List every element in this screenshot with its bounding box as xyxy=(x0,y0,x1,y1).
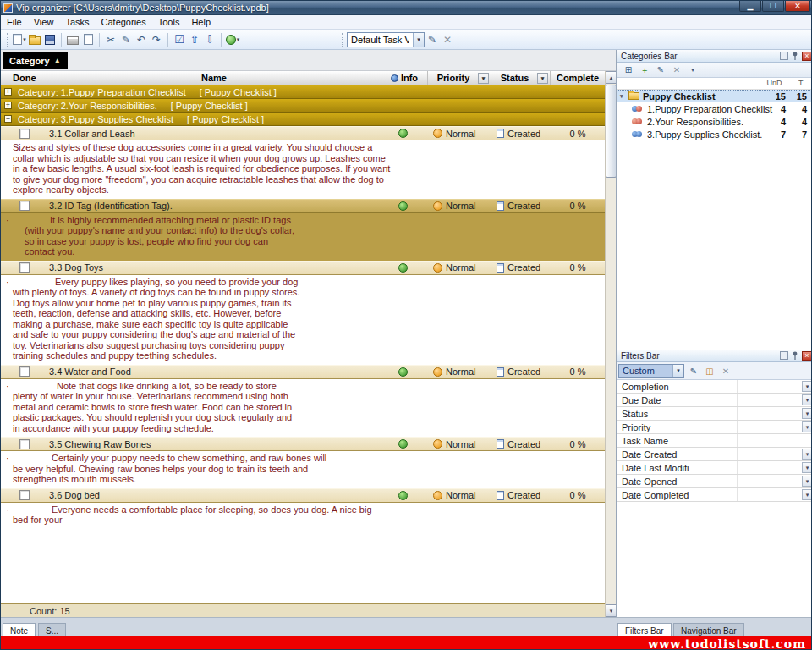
task-notes[interactable]: · It is highly recommended attaching met… xyxy=(1,213,605,261)
done-checkbox[interactable] xyxy=(19,490,30,500)
chevron-down-icon[interactable]: ▾ xyxy=(802,408,812,419)
promo-banner[interactable]: www.todolistsoft.com xyxy=(1,636,812,650)
chevron-down-icon[interactable]: ▾ xyxy=(802,462,812,473)
move-up-icon[interactable]: ⇧ xyxy=(187,32,202,47)
column-undone[interactable]: UnD... xyxy=(766,79,788,87)
print-preview-icon[interactable] xyxy=(80,32,96,47)
tree-item-supplies[interactable]: 3.Puppy Supplies Checklist. 7 7 xyxy=(617,128,812,140)
tab-subtasks[interactable]: S... xyxy=(38,623,66,637)
task-row[interactable]: 3.4 Water and Food Normal Created 0 % xyxy=(1,365,605,379)
priority-filter-dropdown[interactable]: ▾ xyxy=(478,73,489,84)
column-header-status[interactable]: Status▾ xyxy=(491,71,551,85)
category-group-row-3[interactable]: − Category: 3.Puppy Supplies Checklist [… xyxy=(1,113,605,126)
edit-icon[interactable]: ✎ xyxy=(118,32,134,47)
new-category-icon[interactable]: ＋ xyxy=(638,63,651,76)
redo-icon[interactable]: ↷ xyxy=(149,32,164,47)
open-file-icon[interactable] xyxy=(27,32,42,47)
column-total[interactable]: T... xyxy=(798,79,809,87)
tree-item-preparation[interactable]: 1.Puppy Preparation Checklist 4 4 xyxy=(617,102,812,115)
clear-filter-icon[interactable]: ◫ xyxy=(703,365,716,377)
category-group-row-2[interactable]: + Category: 2.Your Responsibilities. [ P… xyxy=(1,99,605,113)
category-group-row-1[interactable]: + Category: 1.Puppy Preparation Checklis… xyxy=(1,85,605,99)
filter-row-due-date[interactable]: Due Date▾ xyxy=(617,394,812,407)
expand-toggle[interactable]: + xyxy=(4,88,12,96)
task-name[interactable]: 3.6 Dog bed xyxy=(47,490,381,500)
notes-icon[interactable] xyxy=(398,263,408,273)
task-row[interactable]: 3.3 Dog Toys Normal Created 0 % xyxy=(1,261,605,275)
view-mode-icon[interactable]: ▾ xyxy=(225,32,240,47)
task-name[interactable]: 3.3 Dog Toys xyxy=(47,262,381,273)
tab-note[interactable]: Note xyxy=(3,623,36,637)
task-row[interactable]: 3.1 Collar and Leash Normal Created 0 % xyxy=(1,126,605,140)
save-icon[interactable] xyxy=(42,32,58,47)
undock-icon[interactable] xyxy=(780,52,788,60)
done-checkbox[interactable] xyxy=(19,366,30,377)
chevron-down-icon[interactable]: ▾ xyxy=(802,489,812,500)
filter-row-completion[interactable]: Completion▾ xyxy=(617,380,812,394)
task-notes[interactable]: · Every puppy likes playing, so you need… xyxy=(1,275,605,365)
menu-tasks[interactable]: Tasks xyxy=(59,16,95,28)
tab-filters-bar[interactable]: Filters Bar xyxy=(617,623,672,637)
done-checkbox[interactable] xyxy=(19,129,30,139)
column-header-priority[interactable]: Priority▾ xyxy=(428,71,491,85)
menu-view[interactable]: View xyxy=(28,16,60,28)
filter-row-date-created[interactable]: Date Created▾ xyxy=(617,448,812,461)
column-header-info[interactable]: Info xyxy=(381,71,428,85)
menu-categories[interactable]: Categories xyxy=(96,16,152,28)
status-filter-dropdown[interactable]: ▾ xyxy=(537,73,548,84)
column-header-complete[interactable]: Complete xyxy=(551,71,605,85)
task-row[interactable]: 3.5 Chewing Raw Bones Normal Created 0 % xyxy=(1,437,605,451)
chevron-down-icon[interactable]: ▾ xyxy=(802,381,812,392)
notes-icon[interactable] xyxy=(398,201,408,211)
undock-icon[interactable] xyxy=(780,351,788,360)
maximize-button[interactable]: ❐ xyxy=(762,1,784,12)
undo-icon[interactable]: ↶ xyxy=(134,32,149,47)
chevron-down-icon[interactable]: ▾ xyxy=(802,476,812,487)
edit-filter-icon[interactable]: ✎ xyxy=(687,365,700,377)
tab-category-grouping[interactable]: Category ▲ xyxy=(3,52,68,69)
column-header-done[interactable]: Done xyxy=(1,71,47,85)
cut-icon[interactable]: ✂ xyxy=(103,32,118,47)
edit-view-icon[interactable]: ✎ xyxy=(425,32,440,47)
task-notes[interactable]: · Certainly your puppy needs to chew som… xyxy=(1,451,605,488)
filter-preset-combo[interactable]: Custom ▾ xyxy=(618,364,684,378)
vertical-scrollbar[interactable]: ▲ ▼ xyxy=(605,71,616,617)
notes-icon[interactable] xyxy=(398,129,408,138)
tree-item-responsibilities[interactable]: 2.Your Responsibilities. 4 4 xyxy=(617,115,812,128)
chevron-down-icon[interactable]: ▾ xyxy=(413,33,424,47)
categories-more-icon[interactable]: ▾ xyxy=(686,63,700,76)
filter-row-priority[interactable]: Priority▾ xyxy=(617,421,812,434)
titlebar[interactable]: Vip organizer [C:\Users\dmitry\Desktop\P… xyxy=(1,1,812,15)
task-name[interactable]: 3.1 Collar and Leash xyxy=(47,129,381,139)
task-name[interactable]: 3.2 ID Tag (Identification Tag). xyxy=(47,201,381,211)
notes-icon[interactable] xyxy=(398,439,408,449)
task-name[interactable]: 3.4 Water and Food xyxy=(47,366,381,377)
chevron-down-icon[interactable]: ▾ xyxy=(802,421,812,432)
task-row[interactable]: 3.2 ID Tag (Identification Tag). Normal … xyxy=(1,199,605,213)
tree-collapse-icon[interactable]: ▾ xyxy=(620,93,627,100)
move-down-icon[interactable]: ⇩ xyxy=(202,32,217,47)
task-notes[interactable]: · Note that dogs like drinking a lot, so… xyxy=(1,379,605,438)
filter-row-task-name[interactable]: Task Name xyxy=(617,434,812,448)
task-notes[interactable]: · Everyone needs a comfortable place for… xyxy=(1,503,605,529)
chevron-down-icon[interactable]: ▾ xyxy=(672,365,683,377)
filter-row-date-last-modified[interactable]: Date Last Modifi▾ xyxy=(617,461,812,475)
task-view-combo[interactable]: Default Task V ▾ xyxy=(347,32,425,47)
notes-icon[interactable] xyxy=(398,367,408,377)
edit-category-icon[interactable]: ✎ xyxy=(654,63,667,76)
print-icon[interactable] xyxy=(65,32,80,47)
minimize-button[interactable]: ▁ xyxy=(739,1,761,12)
menu-help[interactable]: Help xyxy=(185,16,217,28)
pin-icon[interactable] xyxy=(790,350,800,361)
done-checkbox[interactable] xyxy=(19,201,30,211)
filter-row-status[interactable]: Status▾ xyxy=(617,407,812,421)
complete-task-icon[interactable]: ☑ xyxy=(172,32,187,47)
notes-icon[interactable] xyxy=(398,491,408,500)
chevron-down-icon[interactable]: ▾ xyxy=(802,449,812,460)
remove-filter-icon[interactable]: ✕ xyxy=(719,365,732,377)
done-checkbox[interactable] xyxy=(19,439,30,449)
task-row[interactable]: 3.6 Dog bed Normal Created 0 % xyxy=(1,488,605,503)
tab-navigation-bar[interactable]: Navigation Bar xyxy=(673,623,744,637)
done-checkbox[interactable] xyxy=(19,262,30,273)
tree-item-puppy-checklist[interactable]: ▾ Puppy Checklist 15 15 xyxy=(617,90,812,102)
